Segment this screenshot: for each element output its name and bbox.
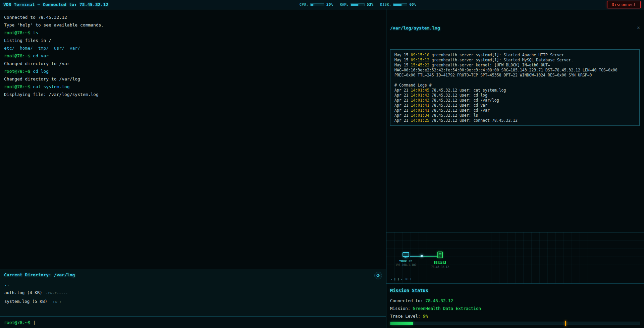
- node-label: YOUR PC: [395, 260, 417, 263]
- terminal-line: Displaying file: /var/log/system.log: [4, 91, 382, 98]
- terminal-line: Changed directory to /var/log: [4, 75, 382, 83]
- log-line: Apr 21 14:01:25 78.45.32.12 user: connec…: [394, 118, 635, 123]
- log-line: Apr 21 14:01:43 78.45.32.12 user: cd log: [394, 93, 635, 98]
- mission-row-value: 9%: [423, 314, 428, 319]
- terminal-line: etc/ home/ tmp/ usr/ var/: [4, 44, 382, 52]
- log-line: Apr 21 14:01:43 78.45.32.12 user: cd /va…: [394, 98, 635, 103]
- file-name: system.log (5 KB): [4, 299, 47, 304]
- file-row[interactable]: system.log (5 KB)-rw-r-----: [0, 297, 386, 306]
- disconnect-button[interactable]: Disconnect: [607, 1, 641, 8]
- mission-row: Connected to: 78.45.32.12: [390, 297, 640, 305]
- log-line: # Command Logs #: [394, 83, 635, 88]
- cpu-gauge: CPU:20%: [300, 2, 333, 7]
- mission-row-label: Mission:: [390, 306, 413, 311]
- mission-row-label: Connected to:: [390, 298, 425, 303]
- right-column: /var/log/system.log × May 15 09:15:10 gr…: [386, 9, 644, 328]
- window-title: VDS Terminal — Connected to: 78.45.32.12: [3, 2, 108, 7]
- vds-terminal-app: VDS Terminal — Connected to: 78.45.32.12…: [0, 0, 644, 328]
- log-viewer-panel: /var/log/system.log × May 15 09:15:10 gr…: [386, 9, 644, 232]
- zoom-bar-icon[interactable]: ❚: [397, 277, 399, 281]
- log-line: Apr 21 14:01:41 78.45.32.12 user: cd /va…: [394, 108, 635, 113]
- shell-prompt: root@78:~$: [4, 320, 30, 325]
- gauge-fill: [351, 4, 358, 6]
- text-cursor: |: [33, 320, 36, 325]
- left-column: Connected to 78.45.32.12Type 'help' to s…: [0, 9, 386, 328]
- log-line: May 15 09:15:12 greenhealth-server syste…: [394, 58, 635, 63]
- close-icon[interactable]: ×: [637, 25, 640, 31]
- pan-left-icon[interactable]: ◂: [390, 277, 392, 281]
- pan-right-icon[interactable]: ▸: [401, 277, 402, 281]
- log-line: Apr 21 14:01:34 78.45.32.12 user: ls: [394, 113, 635, 118]
- gauge-fill: [393, 4, 401, 6]
- computer-icon: [395, 252, 417, 259]
- file-row[interactable]: ..: [0, 280, 386, 288]
- node-label: SERVER: [434, 261, 446, 264]
- log-line: May 15 15:45:22 greenhealth-server kerne…: [394, 63, 635, 78]
- terminal-line: root@78:~$ cd log: [4, 67, 382, 75]
- terminal-line: Listing files in /: [4, 37, 382, 44]
- network-map-controls: ◂ ❚ ❚ ▸ NET: [390, 277, 412, 281]
- log-viewer-header: /var/log/system.log ×: [390, 25, 640, 31]
- trace-level-bar: [390, 322, 640, 325]
- terminal-line: Changed directory to /var: [4, 60, 382, 67]
- node-ip: 192.168.1.100: [395, 264, 417, 267]
- node-your-pc[interactable]: YOUR PC 192.168.1.100: [395, 252, 417, 267]
- file-name: ..: [4, 282, 9, 287]
- terminal-line: Connected to 78.45.32.12: [4, 13, 382, 21]
- file-row[interactable]: auth.log (4 KB)-rw-r-----: [0, 288, 386, 297]
- gauge-fill: [311, 4, 313, 6]
- trace-fill: [390, 322, 413, 325]
- top-bar: VDS Terminal — Connected to: 78.45.32.12…: [0, 0, 644, 9]
- refresh-icon[interactable]: ⟳: [374, 272, 382, 279]
- mission-row: Mission: GreenHealth Data Extraction: [390, 305, 640, 312]
- log-line: [394, 78, 635, 83]
- gauge-label: CPU:: [300, 2, 309, 7]
- log-line: Apr 21 14:01:45 78.45.32.12 user: cat sy…: [394, 88, 635, 93]
- terminal-line: Type 'help' to see available commands.: [4, 21, 382, 29]
- mission-row-value: GreenHealth Data Extraction: [413, 306, 481, 311]
- gauge-label: DISK:: [380, 2, 391, 7]
- gauge-value: 60%: [409, 2, 416, 7]
- file-permissions: -rw-r-----: [51, 299, 73, 304]
- mission-rows: Connected to: 78.45.32.12Mission: GreenH…: [390, 297, 640, 320]
- gauge-value: 53%: [367, 2, 373, 7]
- terminal-output: Connected to 78.45.32.12Type 'help' to s…: [0, 9, 386, 269]
- mission-status-title: Mission Status: [390, 288, 640, 293]
- network-map-panel: YOUR PC 192.168.1.100 SERVER 78.45.32.12: [386, 232, 644, 283]
- trace-threshold-marker: [565, 321, 566, 326]
- gauge-meter: [310, 3, 324, 6]
- file-browser-panel: Current Directory: /var/log ⟳ ..auth.log…: [0, 269, 386, 316]
- file-name: auth.log (4 KB): [4, 290, 42, 295]
- gauge-label: RAM:: [340, 2, 349, 7]
- node-ip: 78.45.32.12: [429, 266, 451, 269]
- terminal-line: root@78:~$ cat system.log: [4, 83, 382, 91]
- gauge-meter: [393, 3, 407, 6]
- log-file-title: /var/log/system.log: [390, 25, 440, 31]
- log-line: May 15 09:15:10 greenhealth-server syste…: [394, 53, 635, 58]
- current-directory-header: Current Directory: /var/log: [0, 269, 386, 280]
- zoom-bar-icon[interactable]: ❚: [394, 277, 395, 281]
- gauge-value: 20%: [326, 2, 333, 7]
- mission-row: Trace Level: 9%: [390, 312, 640, 320]
- mission-status-panel: Mission Status Connected to: 78.45.32.12…: [386, 283, 644, 328]
- system-gauges: CPU:20%RAM:53%DISK:60%: [300, 2, 416, 7]
- server-icon: [429, 251, 451, 259]
- terminal-line: root@78:~$ ls: [4, 29, 382, 37]
- mission-row-label: Trace Level:: [390, 314, 423, 319]
- terminal-line: root@78:~$ cd var: [4, 52, 382, 60]
- log-file-content[interactable]: May 15 09:15:10 greenhealth-server syste…: [390, 49, 640, 126]
- net-label: NET: [406, 277, 412, 281]
- log-line: Apr 21 14:01:41 78.45.32.12 user: cd var: [394, 103, 635, 108]
- file-permissions: -rw-r-----: [46, 291, 68, 295]
- mission-row-value: 78.45.32.12: [425, 298, 453, 303]
- main-split: Connected to 78.45.32.12Type 'help' to s…: [0, 9, 644, 328]
- node-server[interactable]: SERVER 78.45.32.12: [429, 251, 451, 269]
- command-input-line[interactable]: root@78:~$ |: [0, 316, 386, 328]
- ram-gauge: RAM:53%: [340, 2, 373, 7]
- network-packet: [421, 255, 423, 257]
- disk-gauge: DISK:60%: [380, 2, 416, 7]
- file-list: ..auth.log (4 KB)-rw-r-----system.log (5…: [0, 280, 386, 306]
- gauge-meter: [351, 3, 365, 6]
